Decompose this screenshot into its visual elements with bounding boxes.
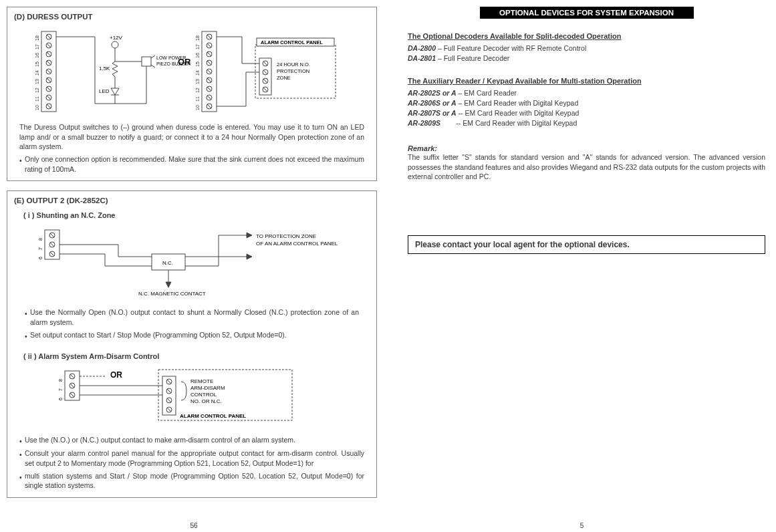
svg-line-50 bbox=[207, 35, 211, 39]
svg-rect-35 bbox=[142, 57, 151, 66]
section-e-box: (E) OUTPUT 2 (DK-2852C) ( i ) Shunting a… bbox=[7, 190, 377, 498]
svg-line-15 bbox=[47, 52, 51, 56]
remark-section: Remark: The suffix letter "S" stands for… bbox=[408, 144, 765, 182]
section-d-title: (D) DURESS OUTPUT bbox=[14, 13, 370, 21]
svg-text:CONTROL: CONTROL bbox=[190, 392, 217, 398]
svg-line-81 bbox=[263, 70, 267, 74]
section-e-bullet1: •Use the Normally Open (N.O.) output con… bbox=[25, 307, 359, 327]
svg-text:24 HOUR N.O.: 24 HOUR N.O. bbox=[277, 61, 310, 68]
svg-text:N.C. MAGNETIC CONTACT: N.C. MAGNETIC CONTACT bbox=[138, 291, 206, 297]
svg-line-54 bbox=[207, 52, 211, 56]
svg-text:13: 13 bbox=[35, 79, 39, 84]
svg-line-101 bbox=[50, 243, 54, 247]
remark-body: The suffix letter "S" stands for standar… bbox=[408, 152, 765, 182]
svg-line-144 bbox=[167, 389, 171, 393]
svg-line-56 bbox=[207, 61, 211, 65]
svg-line-17 bbox=[47, 61, 51, 65]
svg-line-142 bbox=[167, 380, 171, 384]
left-page: (D) DURESS OUTPUT 10 11 12 13 14 15 16 1… bbox=[0, 0, 388, 532]
svg-marker-121 bbox=[166, 282, 171, 287]
decoders-section: The Optional Decoders Available for Spli… bbox=[408, 32, 765, 62]
svg-line-83 bbox=[263, 79, 267, 83]
bullet-dot-icon: • bbox=[19, 448, 25, 468]
svg-text:7: 7 bbox=[58, 388, 63, 391]
svg-text:17: 17 bbox=[195, 44, 200, 49]
bullet-dot-icon: • bbox=[19, 154, 25, 174]
svg-line-19 bbox=[47, 70, 51, 74]
svg-text:REMOTE: REMOTE bbox=[190, 378, 213, 384]
svg-marker-119 bbox=[247, 233, 252, 238]
svg-line-13 bbox=[47, 43, 51, 47]
svg-text:18: 18 bbox=[195, 35, 200, 41]
svg-line-132 bbox=[70, 393, 74, 397]
svg-text:ALARM CONTROL PANEL: ALARM CONTROL PANEL bbox=[261, 39, 323, 45]
svg-text:ALARM CONTROL PANEL: ALARM CONTROL PANEL bbox=[180, 413, 246, 419]
svg-line-21 bbox=[47, 78, 51, 82]
svg-line-128 bbox=[70, 374, 74, 378]
section-e-bullet5: •multi station systems and Start / Stop … bbox=[19, 471, 364, 491]
svg-line-36 bbox=[151, 55, 155, 58]
section-d-box: (D) DURESS OUTPUT 10 11 12 13 14 15 16 1… bbox=[7, 7, 377, 181]
svg-text:ZONE: ZONE bbox=[277, 75, 291, 81]
svg-text:13: 13 bbox=[195, 79, 200, 84]
svg-line-23 bbox=[47, 87, 51, 91]
svg-text:12: 12 bbox=[35, 88, 39, 93]
svg-line-11 bbox=[47, 35, 51, 39]
svg-text:PROTECTION: PROTECTION bbox=[277, 68, 309, 74]
svg-line-99 bbox=[50, 233, 54, 237]
model-ar2806: AR-2806S or A – EM Card Reader with Digi… bbox=[408, 99, 765, 107]
svg-text:16: 16 bbox=[35, 53, 39, 58]
svg-line-62 bbox=[207, 87, 211, 91]
model-ar2802: AR-2802S or A – EM Card Reader bbox=[408, 89, 765, 97]
svg-text:LED: LED bbox=[99, 88, 110, 94]
readers-section: The Auxiliary Reader / Keypad Available … bbox=[408, 77, 765, 127]
optional-devices-bar: OPTIONAL DEVICES FOR SYSTEM EXPANSION bbox=[480, 7, 694, 19]
svg-text:OF AN ALARM CONTROL PANEL: OF AN ALARM CONTROL PANEL bbox=[256, 241, 338, 247]
svg-text:16: 16 bbox=[195, 53, 200, 58]
svg-text:N.C.: N.C. bbox=[162, 260, 173, 266]
svg-text:11: 11 bbox=[35, 96, 39, 102]
model-ar2809: AR-2809S -- EM Card Reader with Digital … bbox=[408, 119, 765, 127]
svg-text:10: 10 bbox=[35, 105, 39, 110]
bullet-dot-icon: • bbox=[19, 471, 25, 491]
svg-line-58 bbox=[207, 70, 211, 74]
svg-text:12: 12 bbox=[195, 88, 200, 93]
section-e-title: (E) OUTPUT 2 (DK-2852C) bbox=[14, 196, 370, 205]
readers-heading: The Auxiliary Reader / Keypad Available … bbox=[408, 77, 765, 85]
section-d-para: The Duress Output switches to (–) ground… bbox=[19, 122, 364, 152]
svg-text:11: 11 bbox=[195, 96, 200, 102]
svg-line-64 bbox=[207, 96, 211, 100]
svg-text:6: 6 bbox=[58, 398, 63, 400]
page-number-left: 56 bbox=[190, 522, 197, 529]
remark-heading: Remark: bbox=[408, 144, 765, 152]
svg-point-28 bbox=[112, 41, 118, 48]
section-e-bullet4: •Consult your alarm control panel manual… bbox=[19, 448, 364, 468]
svg-text:8: 8 bbox=[38, 238, 43, 241]
bullet-dot-icon: • bbox=[25, 307, 30, 327]
section-d-bullet: • Only one connection option is recommen… bbox=[19, 154, 364, 174]
svg-line-103 bbox=[50, 252, 54, 256]
svg-line-79 bbox=[263, 61, 267, 65]
bullet-dot-icon: • bbox=[25, 330, 30, 342]
decoders-heading: The Optional Decoders Available for Spli… bbox=[408, 32, 765, 40]
model-da2800: DA-2800 – Full Feature Decoder with RF R… bbox=[408, 44, 765, 52]
diagram-shunt: 6 7 8 bbox=[38, 223, 346, 303]
svg-text:15: 15 bbox=[35, 61, 39, 67]
svg-text:OR: OR bbox=[110, 370, 122, 380]
svg-text:18: 18 bbox=[35, 35, 39, 41]
right-page: OPTIONAL DEVICES FOR SYSTEM EXPANSION Th… bbox=[388, 0, 776, 532]
svg-text:TO PROTECTION ZONE: TO PROTECTION ZONE bbox=[256, 233, 316, 239]
model-ar2807: AR-2807S or A -- EM Card Reader with Dig… bbox=[408, 109, 765, 117]
svg-line-52 bbox=[207, 43, 211, 47]
svg-text:17: 17 bbox=[35, 44, 39, 49]
svg-text:10: 10 bbox=[195, 105, 200, 110]
svg-text:14: 14 bbox=[35, 70, 39, 76]
svg-text:OR: OR bbox=[178, 57, 191, 67]
page-number-right: 5 bbox=[580, 522, 584, 529]
svg-line-25 bbox=[47, 96, 51, 100]
svg-text:ARM-DISARM: ARM-DISARM bbox=[190, 385, 225, 391]
svg-line-27 bbox=[47, 104, 51, 108]
section-e-bullet3: •Use the (N.O.) or (N.C.) output contact… bbox=[19, 435, 364, 446]
svg-text:8: 8 bbox=[58, 379, 63, 382]
svg-line-66 bbox=[207, 104, 211, 108]
